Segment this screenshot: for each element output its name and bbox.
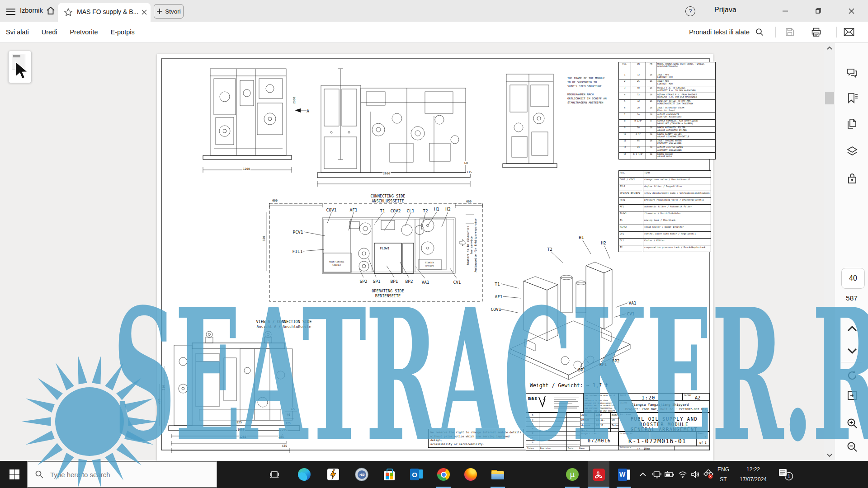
find-label: Pronađi tekst ili alate [689, 28, 750, 36]
terms-row: FIL1duplex filter / Doppelfilter [619, 184, 711, 191]
part-name: FUEL OIL SUPPLY ANDBOOSTER MODULEGENERAL… [619, 417, 709, 432]
chrome-button[interactable] [433, 461, 454, 488]
terms-row: T1mixing tank / Mischtank [619, 218, 711, 225]
new-tab-button[interactable]: Stvori [154, 4, 184, 19]
drawing-annotation: CABINET [332, 264, 341, 266]
change-reservation-note: We reserve the right to change internal … [428, 429, 524, 448]
battery-icon[interactable] [662, 461, 677, 488]
utorrent-button[interactable]: µ [561, 461, 583, 488]
firefox-button[interactable] [460, 461, 481, 488]
acrobat-button-active[interactable] [588, 461, 609, 488]
scroll-down-icon[interactable] [826, 453, 833, 458]
scroll-up-icon[interactable] [826, 46, 833, 50]
media-player-85-button[interactable]: >85 [351, 461, 373, 488]
next-page-icon[interactable] [846, 345, 859, 357]
window-minimize-button[interactable] [778, 5, 792, 16]
menu-icon[interactable] [6, 7, 15, 17]
zoom-out-icon[interactable] [846, 441, 859, 453]
fit-to-page-icon[interactable] [846, 389, 859, 402]
previous-page-icon[interactable] [846, 322, 859, 335]
drawing-annotation: BP1 [599, 362, 607, 367]
drawing-annotation: VIEW A / CONNECTION SIDE [256, 319, 312, 324]
connections-row: 43216RETURN STROKE F.O. FROM ENGINESRÜCK… [619, 93, 716, 100]
drawing-annotation: 1260 [239, 435, 247, 439]
revision-header-row: Index Revision Date Name [526, 446, 590, 451]
drawing-annotation: CV1 [627, 311, 634, 316]
menu-convert[interactable]: Pretvorite [70, 28, 98, 36]
bookmarks-icon[interactable] [846, 92, 859, 104]
menu-button-label[interactable]: Izbornik [20, 7, 43, 14]
microsoft-store-button[interactable] [378, 461, 400, 488]
page-number-input[interactable] [841, 268, 865, 289]
home-icon[interactable] [45, 5, 56, 18]
start-button[interactable] [4, 461, 25, 488]
window-close-button[interactable] [844, 5, 858, 16]
lock-icon[interactable] [846, 172, 859, 185]
help-icon[interactable]: ? [685, 6, 695, 16]
drawing-annotation: 285 [278, 435, 284, 439]
vertical-scrollbar[interactable] [824, 43, 835, 461]
drawing-annotation: COV1 [326, 207, 337, 212]
find-tools[interactable]: Pronađi tekst ili alate [689, 22, 764, 42]
drawing-annotation: heaters to be dismounted [466, 226, 469, 265]
pdf-toolbar: Svi alati Uredi Pretvorite E-potpis Pron… [0, 22, 868, 43]
browser-titlebar: Izbornik MAS FO supply & B... Stvori ? P… [0, 0, 868, 22]
save-icon[interactable] [785, 27, 795, 39]
notification-center-button[interactable]: 1 [776, 461, 796, 488]
drawing-annotation: MAIN CONTROL [329, 261, 344, 263]
mail-icon[interactable] [844, 28, 854, 38]
terms-row: COV1 / COV2change over valve / Umschaltv… [619, 178, 711, 184]
zoom-in-icon[interactable] [846, 417, 859, 430]
date: 17/07/2024 [733, 474, 773, 484]
winamp-button[interactable] [322, 461, 344, 488]
taskbar-search[interactable] [27, 461, 217, 488]
project-number: 072M016 [580, 438, 618, 443]
drawing-annotation: 115 [466, 170, 472, 174]
drawing-annotation: 925 [236, 421, 242, 424]
drawing-annotation: H2 [445, 206, 450, 211]
clock[interactable]: 12:2217/07/2024 [733, 465, 773, 484]
format-value: A2 [695, 395, 701, 400]
legal-notice: THE INFORMATION HERE ON IS THEPROPERTY O… [583, 393, 618, 413]
tray-app-error-icon[interactable] [701, 461, 716, 488]
taskbar-search-input[interactable] [49, 470, 200, 479]
menu-esign[interactable]: E-potpis [111, 28, 135, 36]
menu-edit[interactable]: Uredi [42, 28, 57, 36]
comments-icon[interactable] [846, 66, 859, 79]
terms-row: H1/H2steam heater / Dampf Erhitzer [619, 225, 711, 232]
drawing-annotation: 1200 [242, 167, 250, 171]
connections-row: 13216INLET HFOEINTRITT HFO [619, 73, 716, 80]
drawing-annotation: CONNECTING SIDE [371, 194, 406, 198]
pages-icon[interactable] [846, 118, 859, 131]
outlook-button[interactable]: O [406, 461, 427, 488]
search-icon[interactable] [755, 28, 764, 37]
language-indicator[interactable]: ENGST [716, 465, 731, 484]
favorite-star-icon[interactable] [63, 7, 73, 19]
drawing-annotation: for service [470, 236, 473, 254]
drawing-annotation: 650 [262, 236, 266, 241]
drawing-annotation: BP2 [405, 279, 413, 284]
refresh-icon[interactable] [846, 369, 859, 382]
window-restore-button[interactable] [811, 5, 825, 16]
task-view-button[interactable] [264, 461, 285, 488]
terms-row: CL1Cooler / Kühler [619, 239, 711, 245]
pdf-side-rail: 587 [835, 43, 868, 461]
drawing-annotation: CL1 [406, 208, 414, 213]
scrollbar-thumb[interactable] [825, 92, 834, 104]
menu-all-tools[interactable]: Svi alati [6, 28, 29, 36]
drawing-annotation: SP2/BP2 [425, 265, 434, 267]
drawing-annotation: BP1 [390, 279, 398, 284]
drawing-annotation: ANSCHLUSSSEITE [372, 199, 404, 203]
sign-in-button[interactable]: Prijava [714, 6, 736, 14]
tab-close-icon[interactable] [140, 8, 148, 18]
page-thumbnail-tool[interactable] [8, 51, 32, 83]
file-explorer-button[interactable] [487, 461, 509, 488]
print-icon[interactable] [811, 27, 821, 39]
tray-chevron-up-icon[interactable] [635, 461, 651, 488]
word-button[interactable]: W [613, 461, 635, 488]
drawing-annotation: 60 [464, 161, 468, 165]
edge-button[interactable] [293, 461, 315, 488]
drawing-annotation: 600 [466, 200, 472, 203]
layers-icon[interactable] [846, 145, 859, 158]
tab-mas-fo-supply[interactable]: MAS FO supply & B... [58, 3, 151, 22]
